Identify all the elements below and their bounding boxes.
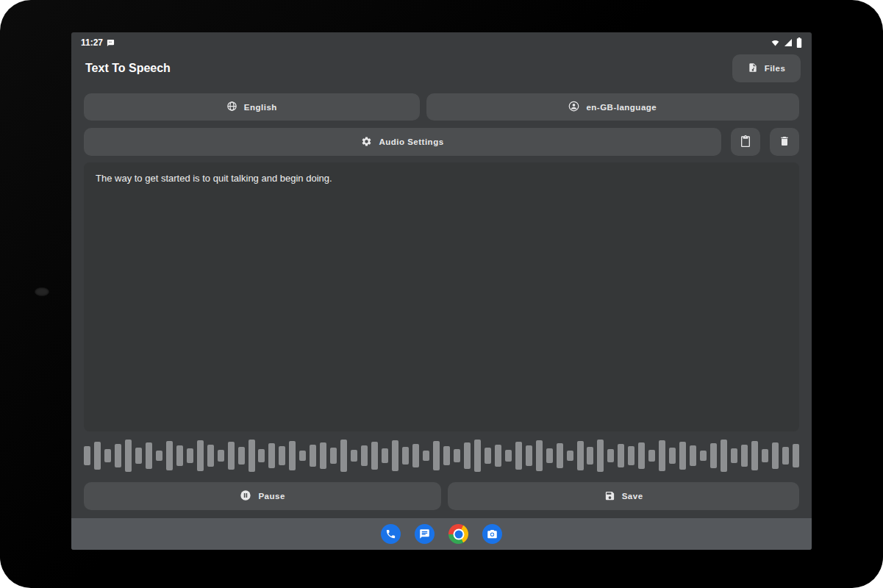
waveform-bar <box>392 440 398 471</box>
audio-settings-button-label: Audio Settings <box>379 137 443 146</box>
waveform-bar <box>361 445 368 466</box>
files-button[interactable]: Files <box>732 54 801 82</box>
playback-row: Pause Save <box>84 482 799 510</box>
waveform-bar <box>412 444 419 467</box>
waveform-bar <box>104 449 111 462</box>
waveform-bar <box>207 445 214 467</box>
clipboard-icon <box>740 135 751 148</box>
save-button-label: Save <box>622 492 643 501</box>
waveform-bar <box>751 441 758 470</box>
waveform-bar <box>782 447 789 465</box>
battery-icon <box>796 37 802 48</box>
waveform-bar <box>299 451 306 461</box>
waveform-bar <box>310 445 316 467</box>
save-button[interactable]: Save <box>448 482 799 510</box>
waveform-bar <box>330 448 337 464</box>
waveform-bar <box>197 440 204 471</box>
person-icon <box>568 101 579 113</box>
waveform-bar <box>146 442 152 469</box>
waveform-bar <box>618 444 624 467</box>
gear-icon <box>361 136 372 148</box>
waveform-bar <box>690 445 696 466</box>
waveform-bar <box>505 450 512 462</box>
text-input[interactable]: The way to get started is to quit talkin… <box>84 162 799 431</box>
waveform-bar <box>485 448 491 464</box>
waveform-bar <box>700 451 707 461</box>
waveform-bar <box>454 449 460 462</box>
waveform-bar <box>628 446 634 465</box>
waveform-bar <box>679 442 686 470</box>
waveform-bar <box>793 444 799 467</box>
save-icon <box>604 490 615 503</box>
waveform-bar <box>166 441 173 470</box>
language-button[interactable]: English <box>84 93 420 121</box>
waveform-bar <box>721 440 727 472</box>
waveform-bar <box>443 446 450 465</box>
chrome-app-icon[interactable] <box>448 524 468 544</box>
waveform-bar <box>135 448 142 464</box>
waveform-bar <box>402 447 409 465</box>
trash-icon <box>779 135 790 148</box>
waveform-bar <box>351 450 357 462</box>
waveform-bar <box>187 448 193 463</box>
waveform <box>84 437 799 474</box>
status-bar: 11:27 <box>71 32 812 53</box>
waveform-bar <box>741 445 748 467</box>
screen: 11:27 Text To Speech <box>71 32 812 550</box>
waveform-bar <box>762 449 768 462</box>
waveform-bar <box>228 442 235 470</box>
waveform-bar <box>474 440 481 472</box>
waveform-bar <box>268 443 275 468</box>
pause-button[interactable]: Pause <box>84 482 441 510</box>
waveform-bar <box>464 442 471 469</box>
globe-icon <box>226 101 237 113</box>
waveform-bar <box>320 442 326 469</box>
language-row: English en-GB-language <box>84 93 799 121</box>
waveform-bar <box>536 440 543 471</box>
waveform-bar <box>607 449 614 462</box>
waveform-bar <box>94 442 101 470</box>
pause-button-label: Pause <box>258 492 285 501</box>
waveform-bar <box>577 441 584 470</box>
waveform-bar <box>176 445 183 466</box>
delete-button[interactable] <box>770 128 799 156</box>
app-header: Text To Speech Files <box>71 51 812 85</box>
waveform-bar <box>638 442 645 469</box>
settings-row: Audio Settings <box>84 128 799 156</box>
signal-icon <box>784 38 793 47</box>
dock <box>71 518 812 550</box>
waveform-bar <box>289 441 296 470</box>
messages-app-icon[interactable] <box>415 524 435 544</box>
camera-app-icon[interactable] <box>482 524 502 544</box>
waveform-bar <box>84 446 90 465</box>
waveform-bar <box>710 443 717 468</box>
waveform-bar <box>648 450 655 462</box>
waveform-bar <box>433 441 440 470</box>
waveform-bar <box>382 448 388 463</box>
waveform-bar <box>557 443 563 468</box>
voice-button[interactable]: en-GB-language <box>426 93 799 121</box>
wifi-icon <box>771 38 780 47</box>
status-time: 11:27 <box>81 37 103 48</box>
waveform-bar <box>218 450 224 462</box>
waveform-bar <box>249 440 255 472</box>
page-title: Text To Speech <box>85 62 171 75</box>
waveform-bar <box>526 445 532 466</box>
waveform-bar <box>371 442 378 470</box>
audio-settings-button[interactable]: Audio Settings <box>84 128 721 156</box>
voice-button-label: en-GB-language <box>586 103 657 112</box>
waveform-bar <box>546 448 553 463</box>
pause-icon <box>240 490 251 503</box>
files-button-label: Files <box>765 64 786 73</box>
waveform-bar <box>731 448 737 463</box>
waveform-bar <box>115 444 121 467</box>
paste-button[interactable] <box>731 128 760 156</box>
waveform-bar <box>515 442 522 470</box>
phone-app-icon[interactable] <box>381 524 401 544</box>
waveform-bar <box>340 440 347 472</box>
chat-notification-icon <box>107 39 115 47</box>
file-icon <box>748 62 758 74</box>
waveform-bar <box>597 440 604 472</box>
waveform-bar <box>669 448 676 464</box>
waveform-bar <box>567 451 573 461</box>
